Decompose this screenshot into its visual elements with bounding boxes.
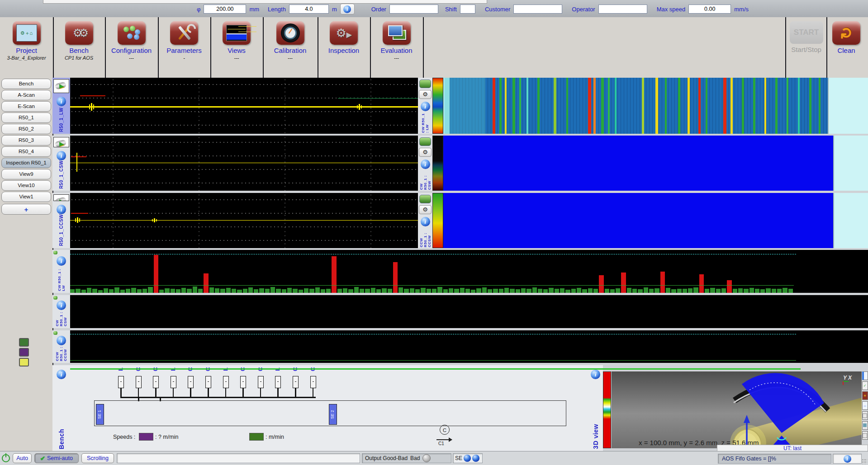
info-icon[interactable]: i	[57, 97, 66, 106]
sidebar-item-r50-3[interactable]: R50_3	[1, 135, 51, 146]
info-icon[interactable]: i	[57, 205, 66, 214]
amplitude-strip-2[interactable]	[70, 295, 868, 328]
length-input[interactable]	[289, 5, 329, 14]
settings-gear-icon[interactable]: ⚙	[419, 205, 432, 214]
settings-gear-icon[interactable]: ⚙	[419, 148, 432, 157]
cube-filled-icon[interactable]	[862, 421, 868, 430]
sidebar-item-a-scan[interactable]: A-Scan	[1, 90, 51, 100]
cscan-3-image[interactable]	[443, 193, 833, 248]
sidebar-item-view1[interactable]: View1	[1, 192, 51, 202]
ascan-view-2[interactable]	[70, 136, 418, 191]
probe-box[interactable]	[223, 376, 229, 388]
operator-input[interactable]	[598, 5, 647, 14]
yellow-status-swatch[interactable]	[19, 358, 29, 366]
sidebar-item-r50-2[interactable]: R50_2	[1, 124, 51, 134]
fixture-icon[interactable]: ∗	[862, 391, 868, 400]
purple-status-swatch[interactable]	[19, 348, 29, 357]
sidebar-item-view10[interactable]: View10	[1, 180, 51, 191]
se2-indicator[interactable]	[472, 455, 479, 462]
sidebar-item-bench[interactable]: Bench	[1, 79, 51, 89]
evaluation-button[interactable]: Evaluation ---	[370, 17, 424, 78]
probe-box[interactable]	[258, 376, 264, 388]
info-icon[interactable]: i	[421, 217, 430, 226]
settings-gear-icon[interactable]: ⚙	[419, 90, 432, 99]
probe-icon[interactable]	[53, 79, 69, 93]
amplitude-strip-3[interactable]	[70, 330, 868, 363]
probe-box[interactable]	[171, 376, 176, 388]
probe-box[interactable]	[205, 376, 211, 388]
info-button[interactable]: i	[340, 4, 355, 14]
channel-ok-indicator	[53, 251, 57, 254]
sidebar-item-inspection-r50-1[interactable]: Inspection R50_1	[1, 158, 51, 168]
order-input[interactable]	[389, 5, 438, 14]
probe-icon[interactable]	[53, 194, 69, 201]
amplitude-strip-1[interactable]	[70, 250, 868, 293]
sidebar-item-view9[interactable]: View9	[1, 169, 51, 179]
probe-box[interactable]	[310, 376, 316, 388]
se2-box[interactable]: SE 2	[329, 404, 337, 425]
probe-icon[interactable]	[53, 137, 69, 147]
bench-button[interactable]: ⚙⚙ Bench CP1 for AOS	[53, 17, 106, 78]
configuration-button[interactable]: Configuration ---	[105, 17, 159, 78]
speeds-label: Speeds :	[113, 434, 135, 440]
info-icon[interactable]: i	[57, 370, 66, 379]
info-icon[interactable]: i	[591, 370, 600, 379]
views-button[interactable]: Views ---	[210, 17, 264, 78]
cube-wire-icon[interactable]	[862, 431, 868, 440]
output-led[interactable]	[422, 454, 431, 462]
scrolling-button[interactable]: Scrolling	[81, 453, 114, 463]
info-icon[interactable]: i	[57, 301, 66, 310]
sidebar-item-r50-4[interactable]: R50_4	[1, 146, 51, 157]
sidebar-item-e-scan[interactable]: E-Scan	[1, 101, 51, 112]
ascan-view-3[interactable]	[70, 193, 418, 248]
customer-input[interactable]	[513, 5, 562, 14]
se1-indicator[interactable]	[464, 455, 471, 462]
parameters-button[interactable]: Parameters -	[158, 17, 211, 78]
cube-outline-icon[interactable]	[862, 411, 868, 420]
cscan-stripe	[706, 78, 707, 134]
start-stop-button[interactable]: START Start/Stop	[785, 17, 827, 78]
sidebar-item-r50-1[interactable]: R50_1	[1, 113, 51, 123]
info-icon[interactable]: i	[421, 160, 430, 169]
auto-mode-button[interactable]: Auto	[13, 453, 32, 463]
info-icon[interactable]: i	[57, 336, 66, 345]
cscan-1-image[interactable]	[443, 78, 828, 134]
view3d-scene[interactable]: x = 100.0 mm, y = 2.6 mm, z = 51.6 mm Y …	[612, 371, 862, 448]
add-view-button[interactable]: +	[1, 204, 51, 215]
amplitude-bar	[755, 289, 759, 293]
probe-box[interactable]	[275, 376, 281, 388]
se1-box[interactable]: SE 1	[96, 404, 104, 425]
probe-box[interactable]	[240, 376, 246, 388]
check-icon[interactable]: ✓	[862, 381, 868, 390]
cscan-2-image[interactable]	[443, 136, 833, 191]
layers-icon[interactable]	[862, 371, 868, 380]
info-icon[interactable]: i	[57, 256, 66, 266]
bench-title: Bench	[58, 429, 65, 449]
max-speed-input[interactable]	[688, 5, 731, 14]
probe-box[interactable]	[188, 376, 194, 388]
ascan-view-1[interactable]	[70, 78, 418, 134]
gate-status-button[interactable]	[419, 137, 431, 146]
gate-status-button[interactable]	[419, 195, 431, 203]
gate-status-button[interactable]	[419, 80, 431, 88]
probe-box[interactable]	[118, 376, 124, 388]
power-icon[interactable]	[2, 454, 10, 462]
calibration-button[interactable]: Calibration ---	[263, 17, 318, 78]
probe-box[interactable]	[136, 376, 142, 388]
info-icon[interactable]: i	[57, 151, 66, 160]
info-icon[interactable]: i	[421, 102, 430, 111]
probe-box[interactable]	[153, 376, 159, 388]
shift-input[interactable]	[460, 5, 475, 14]
clean-button[interactable]: ↻ Clean	[825, 17, 867, 78]
diameter-input[interactable]	[204, 5, 246, 14]
measure-icon[interactable]: ↔	[862, 401, 868, 410]
probe-box[interactable]	[293, 376, 299, 388]
resize-grip[interactable]	[862, 459, 867, 464]
green-status-swatch[interactable]	[19, 338, 29, 347]
start-button[interactable]: START	[790, 21, 823, 44]
view3d-label-column: i 3D view	[588, 365, 603, 451]
inspection-button[interactable]: ⚙▶ Inspection	[318, 17, 371, 78]
semi-auto-mode-button[interactable]: ✔ Semi-auto	[34, 453, 79, 463]
info-icon[interactable]: i	[844, 455, 851, 463]
project-button[interactable]: ⚙＋⌂ Project 3-Bar_4_Explorer	[0, 17, 54, 78]
